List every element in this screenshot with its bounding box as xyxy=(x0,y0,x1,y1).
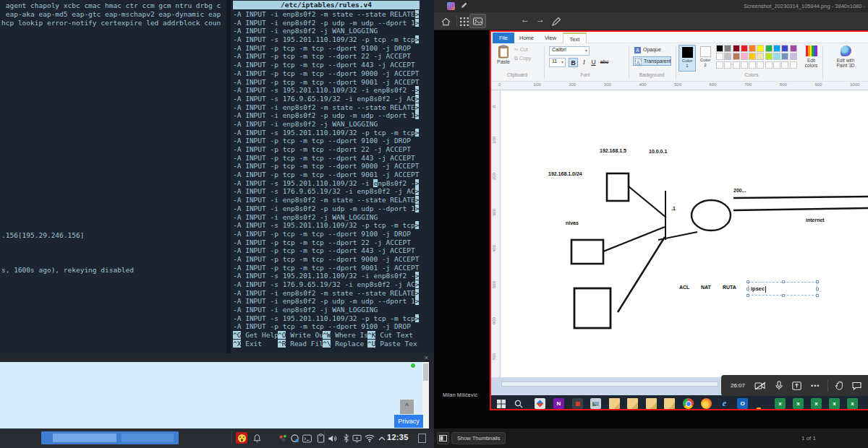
picture-file-icon[interactable] xyxy=(590,398,601,409)
chat-icon[interactable] xyxy=(852,382,861,390)
back-icon[interactable]: ← xyxy=(521,14,529,25)
camera-off-icon[interactable] xyxy=(754,382,766,390)
excel-file-icon[interactable]: x xyxy=(829,398,840,409)
palette-swatch[interactable] xyxy=(733,61,740,69)
nano-line[interactable]: -A INPUT -p tcp -m tcp --dport 9100 -j D… xyxy=(233,322,419,331)
palette-swatch[interactable] xyxy=(757,61,764,69)
excel-file-icon[interactable]: x xyxy=(775,398,786,409)
palette-swatch[interactable] xyxy=(781,45,788,52)
paint-canvas[interactable] xyxy=(501,90,868,377)
paste-button[interactable]: Paste xyxy=(494,45,513,71)
nano-line[interactable]: -A INPUT -p tcp -m tcp --dport 9000 -j A… xyxy=(233,69,419,78)
palette-swatch[interactable] xyxy=(790,53,797,60)
nano-line[interactable]: -A INPUT -p tcp -m tcp --dport 9000 -j A… xyxy=(233,255,419,264)
tab-text[interactable]: Text xyxy=(563,33,587,43)
tab-file[interactable]: File xyxy=(493,33,514,43)
nano-line[interactable]: -A INPUT -i enp8s0f2 -j WAN_LOGGING xyxy=(233,306,419,314)
windows-taskbar[interactable]: NeOxxxxx xyxy=(491,395,868,410)
font-size-select[interactable]: 11▾ xyxy=(549,58,566,67)
nano-line[interactable]: -A INPUT -p tcp -m tcp --dport 443 -j AC… xyxy=(233,61,419,69)
terminal-tray-icon[interactable] xyxy=(302,433,312,444)
note-file-icon[interactable] xyxy=(609,398,620,409)
palette-swatch[interactable] xyxy=(716,61,723,69)
photos-app-icon[interactable] xyxy=(535,398,545,409)
palette-swatch[interactable] xyxy=(765,61,773,69)
cut-button[interactable]: ✂ Cut xyxy=(514,47,528,53)
edit-pencil-icon[interactable] xyxy=(550,16,562,27)
palette-swatch[interactable] xyxy=(757,45,764,52)
note-file-icon[interactable] xyxy=(627,398,638,409)
scrollbar[interactable] xyxy=(422,362,429,428)
share-screen-icon[interactable] xyxy=(792,382,801,390)
excel-file-icon[interactable]: x xyxy=(847,398,858,409)
palette-swatch[interactable] xyxy=(781,61,788,69)
more-options-icon[interactable]: ••• xyxy=(811,382,820,389)
nano-line[interactable]: -A INPUT -p tcp -m tcp --dport 9100 -j D… xyxy=(233,44,419,53)
excel-file-icon[interactable]: x xyxy=(793,398,804,409)
excel-file-icon[interactable]: x xyxy=(811,398,822,409)
scroll-up-button[interactable]: ^ xyxy=(400,400,414,414)
taskbar-task-button[interactable] xyxy=(41,431,179,444)
emoji-status-icon[interactable] xyxy=(236,432,247,444)
nano-line[interactable]: -A INPUT -i enp8s0f2 -p udp -m udp --dpo… xyxy=(233,19,419,27)
nano-line[interactable]: -A INPUT -p tcp -m tcp --dport 22 -j ACC… xyxy=(233,145,419,154)
dark-app-icon[interactable] xyxy=(572,398,583,409)
display-tray-icon[interactable] xyxy=(352,433,362,444)
font-family-select[interactable]: Calibri▾ xyxy=(549,46,590,56)
nano-line[interactable]: -A INPUT -s 195.201.110.109/32 -p tcp -m… xyxy=(233,314,419,323)
folder-icon[interactable] xyxy=(756,409,767,410)
nano-line[interactable]: -A INPUT -p tcp -m tcp --dport 9001 -j A… xyxy=(233,264,419,272)
palette-swatch[interactable] xyxy=(781,53,788,60)
palette-swatch[interactable] xyxy=(749,45,756,52)
nano-line[interactable]: -A INPUT -i enp8s0f2 -p udp -m udp --dpo… xyxy=(233,204,419,213)
edit-colors-button[interactable]: Edit colors xyxy=(801,45,821,68)
privacy-button[interactable]: Privacy xyxy=(394,415,423,428)
start-icon[interactable] xyxy=(495,398,506,409)
nano-line[interactable]: -A INPUT -i enp8s0f2 -p udp -m udp --dpo… xyxy=(233,111,419,120)
nano-line[interactable]: -A INPUT -s 195.201.110.109/32 -i enp8s0… xyxy=(233,272,419,280)
copy-button[interactable]: ⧉ Copy xyxy=(514,56,531,61)
nano-line[interactable]: -A INPUT -i enp8s0f2 -m state --state RE… xyxy=(233,196,419,204)
nano-line[interactable]: -A INPUT -i enp8s0f2 -m state --state RE… xyxy=(233,289,419,298)
palette-swatch[interactable] xyxy=(749,61,756,69)
nano-editor-pane[interactable]: /etc/iptables/rules.v4 -A INPUT -i enp8s… xyxy=(233,0,422,353)
palette-swatch[interactable] xyxy=(716,45,723,52)
tray-expand-icon[interactable] xyxy=(376,433,387,444)
chrome-icon[interactable] xyxy=(683,398,694,409)
nano-line[interactable]: -A INPUT -s 176.9.65.19/32 -i enp8s0f2 -… xyxy=(233,280,419,289)
nano-line[interactable]: -A INPUT -p tcp -m tcp --dport 443 -j AC… xyxy=(233,154,419,163)
color1-button[interactable]: Color 1 xyxy=(678,45,696,72)
bluetooth-icon[interactable] xyxy=(341,433,352,444)
nano-line[interactable]: -A INPUT -s 176.9.65.19/32 -i enp8s0f2 -… xyxy=(233,187,419,196)
search-icon[interactable] xyxy=(513,398,524,409)
transparent-button[interactable]: A Transparent xyxy=(633,56,671,66)
close-icon[interactable]: × xyxy=(425,354,428,361)
system-taskbar[interactable]: 12:35 xyxy=(0,428,434,448)
raise-hand-icon[interactable] xyxy=(835,381,843,390)
forward-icon[interactable]: → xyxy=(536,14,545,25)
sync-app-icon[interactable] xyxy=(278,433,289,444)
firefox-icon[interactable] xyxy=(701,398,712,409)
palette-swatch[interactable] xyxy=(757,53,764,60)
nano-line[interactable]: -A INPUT -i enp8s0f2 -j WAN_LOGGING xyxy=(233,213,419,222)
opaque-button[interactable]: A Opaque xyxy=(633,46,661,55)
italic-button[interactable]: I xyxy=(579,58,589,67)
microphone-icon[interactable] xyxy=(775,381,783,390)
show-desktop-button[interactable] xyxy=(418,434,426,443)
palette-swatch[interactable] xyxy=(773,61,780,69)
palette-swatch[interactable] xyxy=(773,45,780,52)
horizontal-scrollbar[interactable] xyxy=(501,382,718,387)
paint-text-box[interactable]: ipsec xyxy=(748,282,817,296)
image-display-area[interactable]: Milan Miličević File Home View Text Past… xyxy=(434,30,868,428)
palette-swatch[interactable] xyxy=(741,53,748,60)
note-file-icon[interactable] xyxy=(646,398,657,409)
strikethrough-button[interactable]: abc xyxy=(598,58,610,67)
palette-swatch[interactable] xyxy=(790,61,797,69)
nano-line[interactable]: -A INPUT -s 195.201.110.109/32 -i enp8s0… xyxy=(233,179,419,188)
nano-line[interactable]: -A INPUT -i enp8s0f2 -j WAN_LOGGING xyxy=(233,120,419,129)
nano-line[interactable]: -A INPUT -p tcp -m tcp --dport 9001 -j A… xyxy=(233,171,419,179)
show-thumbnails-button[interactable]: Show Thumbnails xyxy=(451,432,506,444)
outlook-icon[interactable]: O xyxy=(737,398,748,409)
scrollbar-thumb[interactable] xyxy=(423,363,428,381)
underline-button[interactable]: U xyxy=(589,58,598,67)
